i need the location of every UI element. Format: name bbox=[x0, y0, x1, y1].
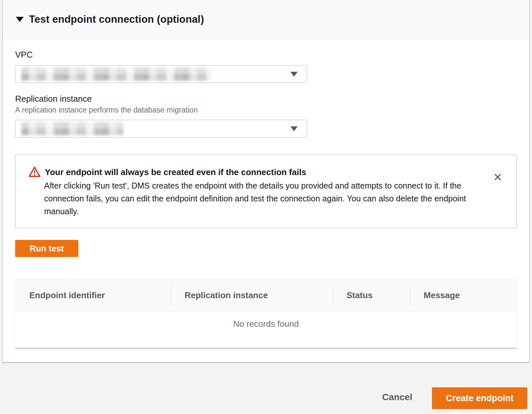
triangle-down-icon bbox=[290, 126, 298, 131]
vpc-select[interactable] bbox=[15, 65, 307, 83]
collapse-triangle-icon bbox=[16, 17, 24, 22]
warning-triangle-icon bbox=[28, 166, 41, 178]
replication-instance-select[interactable] bbox=[15, 120, 307, 138]
replication-instance-selected-value-redacted bbox=[21, 122, 123, 135]
vpc-selected-value-redacted bbox=[21, 67, 212, 81]
test-endpoint-connection-card: Test endpoint connection (optional) VPC … bbox=[3, 0, 529, 362]
warning-alert: Your endpoint will always be created eve… bbox=[15, 155, 517, 228]
form-footer: Cancel Create endpoint bbox=[0, 362, 532, 414]
table-header-row: Endpoint identifier Replication instance… bbox=[15, 279, 517, 312]
run-test-button[interactable]: Run test bbox=[15, 240, 78, 257]
section-header-toggle[interactable]: Test endpoint connection (optional) bbox=[3, 0, 529, 39]
replication-instance-label: Replication instance bbox=[15, 94, 517, 104]
alert-close-button[interactable] bbox=[492, 171, 503, 183]
section-content: VPC Replication instance A replication i… bbox=[3, 50, 529, 362]
close-icon bbox=[493, 172, 503, 182]
cancel-button[interactable]: Cancel bbox=[382, 392, 412, 402]
alert-title: Your endpoint will always be created eve… bbox=[45, 166, 306, 178]
vpc-label: VPC bbox=[15, 50, 517, 60]
column-header-replication-instance: Replication instance bbox=[171, 290, 333, 300]
test-results-table: Endpoint identifier Replication instance… bbox=[15, 279, 517, 349]
column-header-status: Status bbox=[332, 290, 410, 300]
alert-body: After clicking 'Run test', DMS creates t… bbox=[44, 179, 470, 218]
column-header-message: Message bbox=[410, 290, 517, 300]
section-title: Test endpoint connection (optional) bbox=[29, 13, 204, 25]
table-empty-state: No records found bbox=[15, 312, 517, 348]
triangle-down-icon bbox=[290, 72, 298, 77]
replication-instance-description: A replication instance performs the data… bbox=[15, 106, 517, 114]
column-header-endpoint-identifier: Endpoint identifier bbox=[15, 290, 171, 300]
create-endpoint-button[interactable]: Create endpoint bbox=[432, 387, 527, 409]
